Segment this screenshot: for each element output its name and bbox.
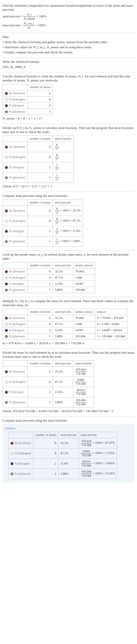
empty-header <box>3 200 28 206</box>
element-dot-icon <box>5 317 8 320</box>
element-cell: Br (bromine) <box>3 315 28 321</box>
element-cell: H (hydrogen) <box>3 152 28 162</box>
masspct-cell: 479.424710.586 × 100% = 67.47% <box>79 438 117 448</box>
empty-header <box>8 432 33 438</box>
formula-heading: Write the chemical formula: <box>3 60 134 64</box>
formula-section: Write the chemical formula: (NH_4)_2PtBr… <box>3 60 134 72</box>
element-name: N (nitrogen) <box>9 282 24 285</box>
element-name: Pt (platinum) <box>9 335 25 338</box>
element-dot-icon <box>5 98 8 101</box>
fraction: 8.064710.586 <box>75 378 86 386</box>
masspct-cell: 8.064710.586 × 100% = 1.135% <box>79 448 117 459</box>
element-dot-icon <box>5 289 8 292</box>
atompct-table: number of atoms atom percent Br (bromine… <box>3 199 83 247</box>
header-pct: atom percent <box>53 309 73 315</box>
atoms-cell: 1 <box>28 397 53 408</box>
element-name: H (hydrogen) <box>9 380 26 384</box>
mass-cell: 195.084 <box>73 333 95 340</box>
atoms-cell: 1 <box>28 287 53 293</box>
percent-cell: 5.88% <box>53 397 73 408</box>
atoms-cell: 8 <box>28 377 53 387</box>
atomfrac-table: number of atoms atom fraction Br (bromin… <box>3 136 74 183</box>
table-row: Pt (platinum)15.88%195.084710.586 <box>3 397 94 408</box>
table-row: N (nitrogen)2217 × 100% = 11.8% <box>3 226 83 236</box>
masspct-section: Compute mass percents using the mass fra… <box>3 419 134 423</box>
table-header-row: number of atoms atom percent atomic mass… <box>3 263 95 269</box>
element-name: Br (bromine) <box>9 91 25 95</box>
massu-heading: Multiply N_i by m_i to compute the mass … <box>3 299 134 307</box>
atomfrac-check: Check: 6/17 + 8/17 + 2/17 + 1/17 = 1 <box>3 184 134 188</box>
mass-percent-formula: mass percent = N_i m_im × 100% <box>3 22 134 30</box>
table-row: Br (bromine)6617 × 100% = 35.3% <box>3 206 83 216</box>
percent-cell: 5.88% <box>58 469 79 479</box>
masspct-heading: Compute mass percents using the mass fra… <box>3 419 134 423</box>
massfrac-table: number of atoms atom percent mass fracti… <box>3 360 94 408</box>
element-cell: N (nitrogen) <box>3 387 28 397</box>
massu-table: number of atoms atom percent atomic mass… <box>3 309 127 340</box>
element-dot-icon <box>5 156 8 159</box>
massu-cell: 6 × 79.904 = 479.424 <box>95 315 127 321</box>
element-dot-icon <box>5 220 8 223</box>
percent-cell: 11.8% <box>53 281 73 287</box>
header-mf: mass fraction <box>73 361 94 367</box>
table-row: Pt (platinum)15.88%195.084710.586 × 100%… <box>8 469 117 479</box>
check-label: Check: <box>3 409 12 413</box>
element-dot-icon <box>5 282 8 285</box>
massfrac-cell: 28.014710.586 <box>73 387 94 397</box>
element-name: N (nitrogen) <box>9 390 24 394</box>
header-pct: atom percent <box>53 361 73 367</box>
count-section: Use the chemical formula to count the nu… <box>3 74 134 124</box>
element-name: Pt (platinum) <box>9 240 25 243</box>
element-dot-icon <box>5 391 8 394</box>
percent-cell: 35.3% <box>53 269 73 275</box>
atomic-table: number of atoms atom percent atomic mass… <box>3 262 95 293</box>
element-name: N (nitrogen) <box>15 462 30 465</box>
table-row: N (nitrogen)211.8%14.0072 × 14.007 = 28.… <box>3 327 127 333</box>
header-pct: atom percent <box>53 200 83 206</box>
atomic-section: Look up the atomic mass, m_i, in unified… <box>3 253 134 297</box>
percent-cell: 5.88% <box>53 333 73 340</box>
plan-heading: Plan: <box>3 35 134 39</box>
element-cell: H (hydrogen) <box>8 448 33 459</box>
atoms-cell: 2 <box>28 226 53 236</box>
answer-label: Answer: <box>5 426 132 430</box>
atoms-cell: 1 <box>28 109 53 115</box>
fraction: 817 <box>55 153 59 161</box>
fraction: 117 <box>55 174 59 182</box>
element-cell: Br (bromine) <box>3 90 28 97</box>
element-name: H (hydrogen) <box>9 276 26 279</box>
element-name: Pt (platinum) <box>9 400 25 404</box>
fraction: 817 <box>55 217 59 225</box>
massfrac-check: Check: 479.424/710.586 + 8.064/710.586 +… <box>3 409 134 413</box>
atoms-cell: 8 <box>28 152 53 162</box>
element-cell: Br (bromine) <box>3 269 28 275</box>
atoms-cell: 6 <box>28 315 53 321</box>
element-dot-icon <box>5 276 8 279</box>
percent-cell: 11.8% <box>53 387 73 397</box>
atoms-cell: 8 <box>33 448 58 459</box>
element-name: Br (bromine) <box>9 209 25 212</box>
percent-cell: 47.1% <box>53 321 73 327</box>
fraction: 28.014710.586 <box>75 388 86 396</box>
atoms-cell: 8 <box>28 97 53 103</box>
element-cell: Pt (platinum) <box>3 397 28 408</box>
massu-cell: 8 × 1.008 = 8.064 <box>95 321 127 327</box>
header-fraction: atom fraction <box>53 136 73 142</box>
element-dot-icon <box>5 335 8 338</box>
frac-num: N_i <box>23 13 35 17</box>
massfrac-cell: 8.064710.586 <box>73 377 94 387</box>
element-cell: Pt (platinum) <box>3 173 28 183</box>
element-cell: Br (bromine) <box>3 367 28 377</box>
header-atoms: number of atoms <box>28 136 53 142</box>
atomfrac-heading: Divide each N_i by N_atoms to calculate … <box>3 126 134 134</box>
table-header-row: number of atoms atom percent atomic mass… <box>3 309 127 315</box>
atom-percent-label: atom percent = <box>3 14 22 18</box>
plan-section: Plan: • Write the chemical formula and g… <box>3 35 134 58</box>
masspct-cell: 28.014710.586 × 100% = 3.942% <box>79 459 117 469</box>
element-name: Pt (platinum) <box>15 472 31 475</box>
element-name: N (nitrogen) <box>9 104 24 107</box>
header-atoms: number of atoms <box>33 432 58 438</box>
table-row: Pt (platinum)15.88%195.0841 × 195.084 = … <box>3 333 127 340</box>
element-name: Pt (platinum) <box>9 288 25 292</box>
plan-bullet-3: • Finally, compute the percents and chec… <box>3 50 134 54</box>
